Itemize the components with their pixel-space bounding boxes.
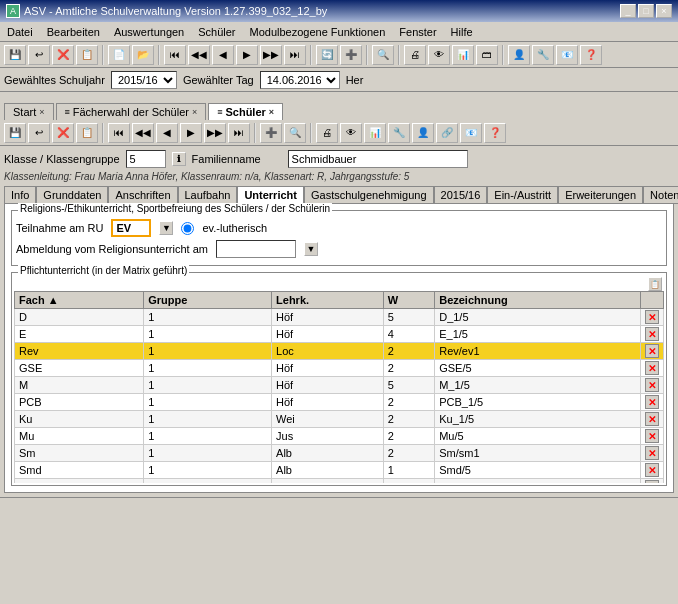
tb-undo[interactable]: ↩ [28,45,50,65]
ru-input[interactable] [111,219,151,237]
col-gruppe[interactable]: Gruppe [144,292,272,309]
tb-print[interactable]: 🖨 [404,45,426,65]
delete-row-button[interactable]: ✕ [645,429,659,443]
tb-delete[interactable]: ❌ [52,45,74,65]
tab-start-close[interactable]: × [39,107,44,117]
tab-faecherwahl-close[interactable]: × [192,107,197,117]
col-fach[interactable]: Fach ▲ [15,292,144,309]
menu-fenster[interactable]: Fenster [396,25,439,39]
delete-row-button[interactable]: ✕ [645,395,659,409]
ru-dropdown[interactable]: ▼ [159,221,173,235]
table-row[interactable]: Rev 1 Loc 2 Rev/ev1 ✕ [15,343,664,360]
tb-prev-far[interactable]: ◀◀ [188,45,210,65]
close-button[interactable]: × [656,4,672,18]
menu-datei[interactable]: Datei [4,25,36,39]
tb2-help[interactable]: ❓ [484,123,506,143]
delete-row-button[interactable]: ✕ [645,378,659,392]
delete-row-button[interactable]: ✕ [645,310,659,324]
sec-tab-gastschul[interactable]: Gastschulgenehmigung [304,186,434,204]
tb-archive[interactable]: 🗃 [476,45,498,65]
tb-search[interactable]: 🔍 [372,45,394,65]
tb-save[interactable]: 💾 [4,45,26,65]
cell-delete[interactable]: ✕ [641,309,664,326]
cell-delete[interactable]: ✕ [641,445,664,462]
menu-hilfe[interactable]: Hilfe [448,25,476,39]
cell-delete[interactable]: ✕ [641,377,664,394]
info-icon[interactable]: ℹ [172,152,186,166]
tb2-add[interactable]: ➕ [260,123,282,143]
sec-tab-info[interactable]: Info [4,186,36,204]
sec-tab-unterricht[interactable]: Unterricht [237,186,304,204]
tb2-prev-far[interactable]: ◀◀ [132,123,154,143]
delete-row-button[interactable]: ✕ [645,480,659,483]
maximize-button[interactable]: □ [638,4,654,18]
tb2-link[interactable]: 🔗 [436,123,458,143]
tb-next[interactable]: ▶ [236,45,258,65]
menu-schueler[interactable]: Schüler [195,25,238,39]
tb2-next-far[interactable]: ▶▶ [204,123,226,143]
class-input[interactable] [126,150,166,168]
delete-row-button[interactable]: ✕ [645,412,659,426]
col-w[interactable]: W [383,292,435,309]
sec-tab-noten[interactable]: Noten [643,186,678,204]
window-controls[interactable]: _ □ × [620,4,672,18]
tb2-chart[interactable]: 📊 [364,123,386,143]
abmeldung-input[interactable] [216,240,296,258]
abmeldung-dropdown[interactable]: ▼ [304,242,318,256]
cell-delete[interactable]: ✕ [641,428,664,445]
delete-row-button[interactable]: ✕ [645,327,659,341]
table-row[interactable]: M 1 Höf 5 M_1/5 ✕ [15,377,664,394]
tb-first[interactable]: ⏮ [164,45,186,65]
sec-tab-einaustritt[interactable]: Ein-/Austritt [487,186,558,204]
day-select[interactable]: 14.06.2016 [260,71,340,89]
tb-add[interactable]: ➕ [340,45,362,65]
tab-schueler[interactable]: ≡ Schüler × [208,103,283,120]
table-row[interactable]: Mu 1 Jus 2 Mu/5 ✕ [15,428,664,445]
table-row[interactable]: E 1 Höf 4 E_1/5 ✕ [15,326,664,343]
tb2-next[interactable]: ▶ [180,123,202,143]
tb2-btn2[interactable]: ↩ [28,123,50,143]
cell-delete[interactable]: ✕ [641,343,664,360]
tb2-email[interactable]: 📧 [460,123,482,143]
tab-faecherwahl[interactable]: ≡ Fächerwahl der Schüler × [56,103,207,120]
table-row[interactable]: Sm 1 Alb 2 Sm/sm1 ✕ [15,445,664,462]
tb2-search[interactable]: 🔍 [284,123,306,143]
sec-tab-erweiterungen[interactable]: Erweiterungen [558,186,643,204]
table-row[interactable]: D 1 Höf 5 D_1/5 ✕ [15,309,664,326]
tb-new[interactable]: 📄 [108,45,130,65]
tb-prev[interactable]: ◀ [212,45,234,65]
table-row[interactable]: AWT 1 Höf 1 AWT/5 ✕ [15,479,664,484]
tb-settings[interactable]: 🔧 [532,45,554,65]
tb-last[interactable]: ⏭ [284,45,306,65]
table-row[interactable]: GSE 1 Höf 2 GSE/5 ✕ [15,360,664,377]
sec-tab-laufbahn[interactable]: Laufbahn [178,186,238,204]
delete-row-button[interactable]: ✕ [645,344,659,358]
table-corner-button[interactable]: 📋 [648,277,662,291]
cell-delete[interactable]: ✕ [641,394,664,411]
family-name-input[interactable] [288,150,468,168]
tb-preview[interactable]: 👁 [428,45,450,65]
table-container[interactable]: Fach ▲ Gruppe Lehrk. W Bezeichnung D 1 H… [14,283,664,483]
delete-row-button[interactable]: ✕ [645,446,659,460]
tb2-user[interactable]: 👤 [412,123,434,143]
table-row[interactable]: PCB 1 Höf 2 PCB_1/5 ✕ [15,394,664,411]
tb-next-far[interactable]: ▶▶ [260,45,282,65]
ev-lutherisch-radio[interactable] [181,222,194,235]
tb-help[interactable]: ❓ [580,45,602,65]
tb-user[interactable]: 👤 [508,45,530,65]
delete-row-button[interactable]: ✕ [645,463,659,477]
cell-delete[interactable]: ✕ [641,326,664,343]
tb2-btn3[interactable]: ❌ [52,123,74,143]
tb2-preview[interactable]: 👁 [340,123,362,143]
cell-delete[interactable]: ✕ [641,479,664,484]
col-bezeichnung[interactable]: Bezeichnung [435,292,641,309]
tab-start[interactable]: Start × [4,103,54,120]
table-row[interactable]: Ku 1 Wei 2 Ku_1/5 ✕ [15,411,664,428]
delete-row-button[interactable]: ✕ [645,361,659,375]
tb2-first[interactable]: ⏮ [108,123,130,143]
table-row[interactable]: Smd 1 Alb 1 Smd/5 ✕ [15,462,664,479]
tb2-last[interactable]: ⏭ [228,123,250,143]
tb-copy[interactable]: 📋 [76,45,98,65]
school-year-select[interactable]: 2015/16 [111,71,177,89]
cell-delete[interactable]: ✕ [641,462,664,479]
